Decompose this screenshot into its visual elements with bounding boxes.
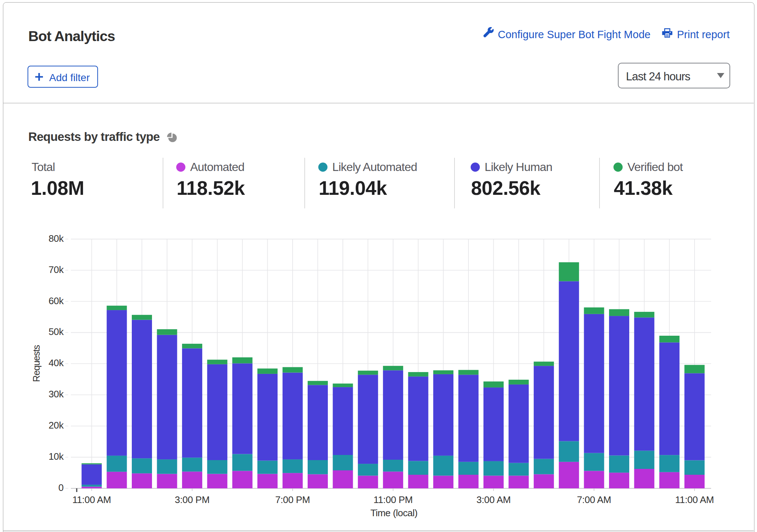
svg-text:40k: 40k xyxy=(48,357,64,368)
svg-text:11:00 AM: 11:00 AM xyxy=(72,494,111,505)
svg-text:Requests: Requests xyxy=(31,345,42,382)
svg-text:7:00 PM: 7:00 PM xyxy=(275,494,310,505)
svg-text:50k: 50k xyxy=(48,326,64,337)
svg-text:20k: 20k xyxy=(48,420,64,431)
svg-text:11:00 PM: 11:00 PM xyxy=(373,494,413,505)
svg-text:7:00 AM: 7:00 AM xyxy=(577,494,611,505)
svg-text:Time (local): Time (local) xyxy=(370,507,417,518)
svg-text:10k: 10k xyxy=(48,451,64,462)
svg-text:30k: 30k xyxy=(48,389,64,400)
svg-text:11:00 AM: 11:00 AM xyxy=(675,494,714,505)
svg-text:3:00 PM: 3:00 PM xyxy=(175,494,210,505)
svg-text:80k: 80k xyxy=(48,233,64,244)
svg-text:60k: 60k xyxy=(48,295,64,306)
svg-text:3:00 AM: 3:00 AM xyxy=(477,494,511,505)
svg-text:0: 0 xyxy=(58,482,64,493)
svg-text:70k: 70k xyxy=(48,264,64,275)
